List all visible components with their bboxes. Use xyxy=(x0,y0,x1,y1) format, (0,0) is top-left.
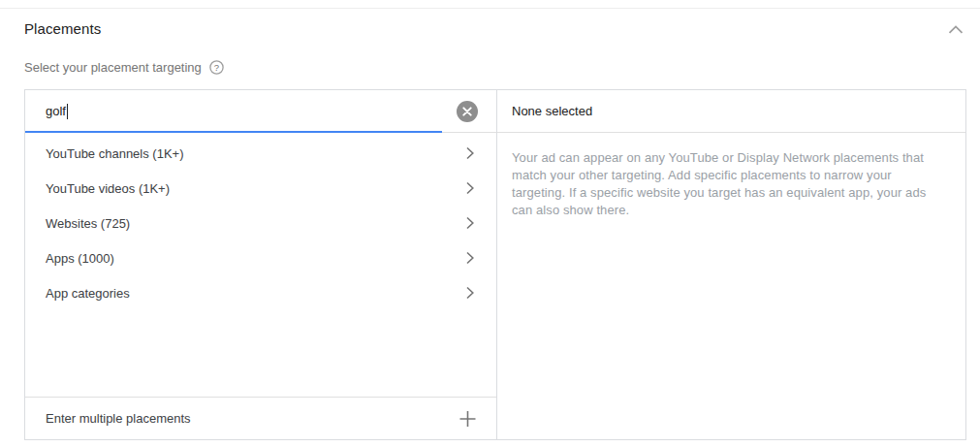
list-item-app-categories[interactable]: App categories xyxy=(25,275,496,310)
search-focus-underline xyxy=(25,131,442,133)
chevron-right-icon xyxy=(466,217,474,230)
clear-search-button[interactable] xyxy=(457,101,478,122)
selected-placements-panel: None selected Your ad can appear on any … xyxy=(497,90,965,439)
list-item-label: YouTube videos (1K+) xyxy=(46,181,170,196)
search-input-value: golf xyxy=(46,104,66,118)
chevron-right-icon xyxy=(466,147,474,160)
enter-multiple-placements-button[interactable]: Enter multiple placements xyxy=(25,397,496,439)
subheader-label: Select your placement targeting xyxy=(24,60,202,75)
chevron-right-icon xyxy=(466,287,474,300)
text-cursor xyxy=(67,104,68,119)
plus-icon xyxy=(458,409,477,428)
chevron-up-icon xyxy=(948,25,964,34)
selected-panel-description: Your ad can appear on any YouTube or Dis… xyxy=(497,133,965,219)
list-item-apps[interactable]: Apps (1000) xyxy=(25,240,496,275)
list-item-label: Websites (725) xyxy=(46,216,130,231)
selected-panel-header: None selected xyxy=(497,90,965,133)
subheader: Select your placement targeting ? xyxy=(24,60,224,75)
placement-category-list: YouTube channels (1K+) YouTube videos (1… xyxy=(25,136,496,310)
list-item-label: App categories xyxy=(46,286,130,301)
list-item-youtube-channels[interactable]: YouTube channels (1K+) xyxy=(25,136,496,171)
chevron-right-icon xyxy=(466,182,474,195)
help-circle-icon: ? xyxy=(209,60,224,75)
placement-picker: golf YouTube channels (1K+) YouTube vide… xyxy=(24,89,966,440)
chevron-right-icon xyxy=(466,252,474,265)
list-item-label: YouTube channels (1K+) xyxy=(46,146,184,161)
placement-search-input[interactable]: golf xyxy=(25,90,496,133)
close-icon xyxy=(462,107,472,116)
section-top-divider xyxy=(0,8,980,9)
list-item-label: Apps (1000) xyxy=(46,251,114,266)
list-item-websites[interactable]: Websites (725) xyxy=(25,206,496,240)
section-title: Placements xyxy=(24,20,101,37)
help-button[interactable]: ? xyxy=(209,60,224,75)
selected-panel-title: None selected xyxy=(512,104,592,118)
footer-label: Enter multiple placements xyxy=(46,411,191,426)
svg-text:?: ? xyxy=(214,62,219,73)
placement-browser-panel: golf YouTube channels (1K+) YouTube vide… xyxy=(25,90,497,439)
list-item-youtube-videos[interactable]: YouTube videos (1K+) xyxy=(25,171,496,206)
collapse-section-button[interactable] xyxy=(944,19,967,39)
